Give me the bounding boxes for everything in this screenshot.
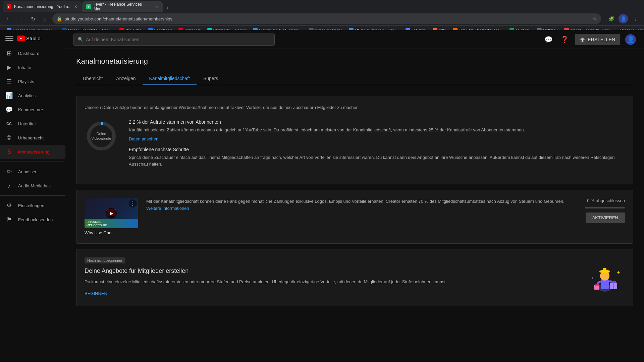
sidebar-item-label: Analytics [18, 93, 36, 98]
stats-title: 2,2 % der Aufrufe stammen von Abonnenten [129, 119, 625, 125]
customize-icon: ✏ [5, 168, 13, 175]
browser-nav: ← → ↻ ⌂ 🔒 studio.youtube.com/channel/mon… [0, 12, 644, 25]
comments-icon: 💬 [5, 106, 13, 113]
donut-label-line1: Deine [97, 132, 106, 136]
help-icon[interactable]: ❓ [559, 34, 570, 45]
copyright-icon: © [5, 134, 13, 141]
play-button[interactable]: ▶ [106, 208, 117, 219]
tab-label-fiverr: Fiverr - Freelance Services Mar... [94, 2, 153, 11]
donut-label-line2: Videoabrufe [91, 136, 111, 140]
account-button[interactable]: 👤 [619, 14, 628, 23]
tab-close-youtube[interactable]: ✕ [74, 4, 77, 9]
header-right: 💬 ❓ ⊕ ERSTELLEN 👤 [543, 34, 636, 45]
search-icon: 🔍 [78, 37, 83, 42]
donut-chart: Deine Videoabrufe [85, 119, 118, 153]
offers-card: Noch nicht begonnen Deine Angebote für M… [76, 249, 633, 306]
tab-close-fiverr[interactable]: ✕ [155, 4, 159, 9]
tab-anzeigen[interactable]: Anzeigen [109, 72, 142, 85]
donut-label: Deine Videoabrufe [91, 131, 111, 141]
sidebar-item-inhalte[interactable]: ▶ Inhalte [0, 60, 65, 74]
sidebar: Studio ⊞ Dashboard ▶ Inhalte ☰ Playlists… [0, 30, 65, 362]
hamburger-icon[interactable] [5, 34, 13, 42]
create-label: ERSTELLEN [588, 37, 615, 42]
search-bar[interactable]: 🔍 [73, 34, 275, 46]
sidebar-item-urheberrecht[interactable]: © Urheberrecht [0, 131, 65, 145]
svg-rect-3 [601, 279, 609, 289]
offers-illustration: ✦ ✦ [585, 257, 625, 298]
sidebar-item-playlists[interactable]: ☰ Playlists [0, 74, 65, 88]
tab-label-youtube: Kanalmonetarisierung - YouTu... [14, 4, 71, 9]
search-input[interactable] [86, 37, 270, 42]
video-title: Why Use Cha... [85, 230, 138, 235]
channel-badge-text: CHANNELMEMBERSHIP [87, 220, 136, 227]
browser-tab-fiverr[interactable]: f Fiverr - Freelance Services Mar... ✕ [82, 1, 163, 12]
youtube-icon [17, 36, 25, 41]
back-button[interactable]: ← [4, 14, 13, 23]
tab-ubersicht[interactable]: Übersicht [76, 72, 109, 85]
studio-text: Studio [26, 36, 41, 41]
tab-favicon-youtube: ▶ [7, 4, 11, 9]
more-options-icon[interactable]: ⋮ [129, 199, 137, 207]
yt-studio-logo: Studio [17, 36, 41, 41]
sidebar-item-untertitel[interactable]: CC Untertitel [0, 117, 65, 131]
extensions-button[interactable]: 🧩 [606, 14, 616, 23]
address-bar[interactable]: 🔒 studio.youtube.com/channel/monetizatio… [52, 13, 601, 24]
membership-more-link[interactable]: Weitere Informationen [146, 206, 189, 211]
avatar[interactable]: 👤 [625, 34, 636, 45]
sidebar-item-kommentare[interactable]: 💬 Kommentare [0, 103, 65, 117]
sidebar-item-label: Kommentare [18, 107, 43, 112]
tabs: Übersicht Anzeigen Kanalmitgliedschaft S… [76, 72, 633, 85]
svg-text:✦: ✦ [616, 270, 621, 275]
sidebar-item-analytics[interactable]: 📊 Analytics [0, 88, 65, 103]
progress-label: 0 % abgeschlossen [587, 198, 625, 203]
video-thumbnail: ▶ CHANNELMEMBERSHIP ▶ ⋮ [85, 198, 138, 228]
audio-icon: ♪ [5, 182, 13, 189]
feedback-icon: ⚑ [5, 216, 13, 223]
tab-kanalmitgliedschaft[interactable]: Kanalmitgliedschaft [143, 72, 197, 85]
sidebar-item-anpassen[interactable]: ✏ Anpassen [0, 165, 65, 179]
browser-chrome: ▶ Kanalmonetarisierung - YouTu... ✕ f Fi… [0, 0, 644, 30]
dashboard-icon: ⊞ [5, 50, 13, 57]
sidebar-nav: ⊞ Dashboard ▶ Inhalte ☰ Playlists 📊 Anal… [0, 46, 65, 362]
next-steps-title: Empfohlene nächste Schritte [129, 147, 625, 152]
nav-right: 🧩 👤 ⋮ [606, 14, 640, 23]
sidebar-item-feedback[interactable]: ⚑ Feedback senden [0, 213, 65, 227]
settings-icon: ⚙ [5, 202, 13, 209]
sidebar-item-monetarisierung[interactable]: $ Monetarisierung [0, 145, 65, 159]
sidebar-item-label: Audio-Mediathek [18, 183, 51, 188]
membership-right: 0 % abgeschlossen AKTIVIEREN [585, 198, 625, 223]
sidebar-header: Studio [0, 32, 65, 46]
offers-description: Du kannst eine einzelne Mitgliedschaftss… [85, 279, 574, 286]
app-container: Studio ⊞ Dashboard ▶ Inhalte ☰ Playlists… [0, 30, 644, 362]
subtitles-icon: CC [5, 120, 13, 127]
sidebar-item-einstellungen[interactable]: ⚙ Einstellungen [0, 198, 65, 213]
new-tab-button[interactable]: + [163, 4, 171, 12]
activate-button[interactable]: AKTIVIEREN [586, 213, 625, 223]
stats-link[interactable]: Daten ansehen [129, 136, 158, 141]
browser-tabs: ▶ Kanalmonetarisierung - YouTu... ✕ f Fi… [0, 0, 644, 12]
sidebar-item-label: Inhalte [18, 65, 31, 70]
sidebar-item-audio[interactable]: ♪ Audio-Mediathek [0, 179, 65, 193]
messages-icon[interactable]: 💬 [543, 34, 554, 45]
tab-supers[interactable]: Supers [197, 72, 225, 85]
svg-rect-6 [603, 268, 606, 272]
sidebar-item-label: Dashboard [18, 51, 40, 56]
content-area: Kanalmonetarisierung Übersicht Anzeigen … [65, 49, 644, 362]
begin-link[interactable]: BEGINNEN [85, 291, 107, 296]
forward-button[interactable]: → [16, 14, 25, 23]
monetization-icon: $ [5, 148, 13, 156]
tab-favicon-fiverr: f [86, 4, 91, 9]
reload-button[interactable]: ↻ [28, 14, 38, 23]
lock-icon: 🔒 [56, 16, 62, 21]
info-card: Unseren Daten zufolge bedarf es umfangre… [76, 96, 633, 184]
browser-tab-youtube[interactable]: ▶ Kanalmonetarisierung - YouTu... ✕ [3, 1, 82, 12]
sidebar-item-dashboard[interactable]: ⊞ Dashboard [0, 46, 65, 60]
menu-button[interactable]: ⋮ [631, 14, 640, 23]
top-header: 🔍 💬 ❓ ⊕ ERSTELLEN 👤 [65, 30, 644, 49]
playlists-icon: ☰ [5, 78, 13, 85]
home-button[interactable]: ⌂ [40, 14, 50, 23]
analytics-icon: 📊 [5, 92, 13, 99]
sidebar-divider [0, 162, 65, 162]
info-text: Unseren Daten zufolge bedarf es umfangre… [85, 104, 625, 111]
create-button[interactable]: ⊕ ERSTELLEN [575, 34, 620, 45]
